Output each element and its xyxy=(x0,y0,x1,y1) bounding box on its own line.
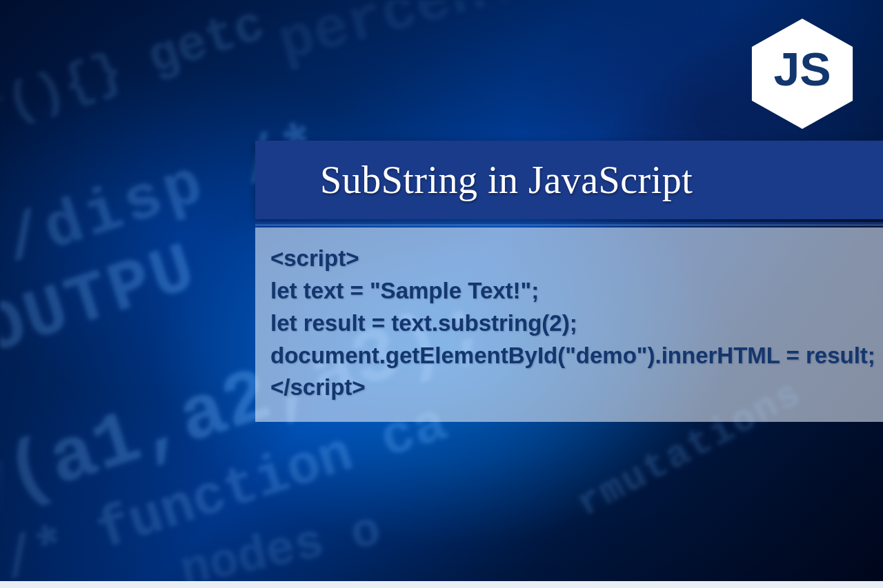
code-line: let text = "Sample Text!"; xyxy=(270,275,868,307)
code-line: document.getElementById("demo").innerHTM… xyxy=(270,340,868,372)
bottom-border xyxy=(0,581,883,588)
js-hexagon-logo: JS xyxy=(744,15,861,132)
logo-text: JS xyxy=(773,43,831,95)
code-panel: <script> let text = "Sample Text!"; let … xyxy=(255,227,883,422)
code-line: <script> xyxy=(270,243,868,275)
code-line: </script> xyxy=(270,372,868,404)
code-line: let result = text.substring(2); xyxy=(270,307,868,340)
title-divider xyxy=(255,222,883,226)
title-bar: SubString in JavaScript xyxy=(255,141,883,219)
page-title: SubString in JavaScript xyxy=(320,158,693,202)
